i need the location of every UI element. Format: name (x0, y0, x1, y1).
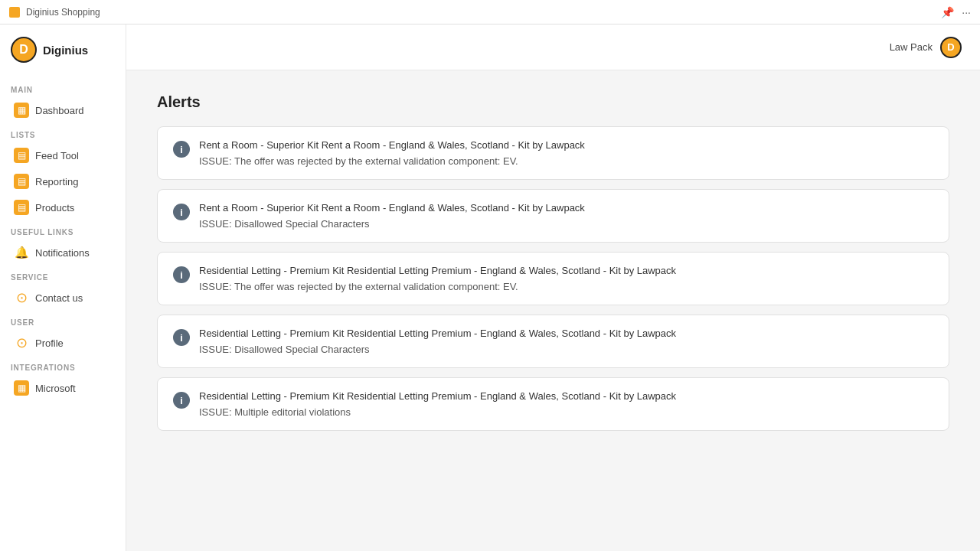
alert-body: Rent a Room - Superior Kit Rent a Room -… (199, 139, 585, 167)
alert-info-icon: i (173, 204, 190, 220)
sidebar-item-notifications-label: Notifications (35, 247, 90, 259)
alert-card: iRent a Room - Superior Kit Rent a Room … (157, 189, 949, 243)
pin-icon: 📌 (941, 6, 954, 18)
alert-card: iRent a Room - Superior Kit Rent a Room … (157, 126, 949, 180)
sidebar-item-microsoft-label: Microsoft (35, 383, 76, 394)
alert-issue: ISSUE: The offer was rejected by the ext… (199, 281, 676, 292)
sidebar-item-notifications[interactable]: 🔔 Notifications (3, 240, 122, 266)
page-title: Alerts (157, 93, 949, 111)
brand-area: D Diginius (0, 37, 126, 78)
page-body: Alerts iRent a Room - Superior Kit Rent … (126, 70, 980, 551)
alert-body: Residential Letting - Premium Kit Reside… (199, 328, 676, 355)
section-label-user: USER (0, 311, 126, 330)
alert-body: Rent a Room - Superior Kit Rent a Room -… (199, 202, 585, 230)
feed-tool-icon: ▤ (14, 148, 29, 163)
avatar[interactable]: D (940, 37, 962, 58)
browser-tab-title: Diginius Shopping (26, 7, 100, 18)
brand-logo: D (11, 37, 37, 63)
sidebar-item-feed-tool[interactable]: ▤ Feed Tool (3, 142, 122, 168)
dashboard-icon: ▦ (14, 103, 29, 118)
products-icon: ▤ (14, 200, 29, 215)
alerts-list: iRent a Room - Superior Kit Rent a Room … (157, 126, 949, 431)
alert-card: iResidential Letting - Premium Kit Resid… (157, 377, 949, 431)
alert-body: Residential Letting - Premium Kit Reside… (199, 390, 676, 418)
alert-issue: ISSUE: Disallowed Special Characters (199, 218, 585, 230)
content-header: Law Pack D (126, 24, 980, 70)
brand-name: Diginius (43, 44, 88, 57)
contact-icon: ⊙ (14, 290, 29, 305)
sidebar-item-feed-tool-label: Feed Tool (35, 150, 79, 161)
notifications-icon: 🔔 (14, 245, 29, 260)
microsoft-icon: ▦ (14, 380, 29, 396)
alert-info-icon: i (173, 392, 190, 409)
sidebar-item-reporting-label: Reporting (35, 176, 78, 187)
section-label-lists: LISTS (0, 123, 126, 142)
sidebar-item-profile[interactable]: ⊙ Profile (3, 330, 122, 356)
sidebar: D Diginius MAIN ▦ Dashboard LISTS ▤ Feed… (0, 24, 126, 551)
alert-issue: ISSUE: Multiple editorial violations (199, 406, 676, 418)
sidebar-item-dashboard-label: Dashboard (35, 105, 84, 116)
sidebar-item-products[interactable]: ▤ Products (3, 194, 122, 220)
user-area: Law Pack D (890, 37, 962, 58)
sidebar-item-profile-label: Profile (35, 337, 64, 349)
alert-title: Residential Letting - Premium Kit Reside… (199, 328, 676, 339)
alert-body: Residential Letting - Premium Kit Reside… (199, 265, 676, 292)
section-label-useful-links: USEFUL LINKS (0, 220, 126, 240)
alert-title: Residential Letting - Premium Kit Reside… (199, 390, 676, 402)
section-label-integrations: INTEGRATIONS (0, 356, 126, 375)
profile-icon: ⊙ (14, 335, 29, 350)
alert-info-icon: i (173, 141, 190, 158)
alert-title: Residential Letting - Premium Kit Reside… (199, 265, 676, 276)
user-label: Law Pack (890, 41, 933, 53)
sidebar-item-reporting[interactable]: ▤ Reporting (3, 168, 122, 194)
sidebar-item-contact-us[interactable]: ⊙ Contact us (3, 285, 122, 311)
alert-info-icon: i (173, 329, 190, 346)
section-label-main: MAIN (0, 78, 126, 97)
alert-card: iResidential Letting - Premium Kit Resid… (157, 315, 949, 368)
section-label-service: SERVICE (0, 266, 126, 285)
main-content: Law Pack D Alerts iRent a Room - Superio… (126, 24, 980, 551)
browser-topbar: Diginius Shopping 📌 ··· (0, 0, 980, 24)
more-options-icon: ··· (962, 6, 971, 18)
reporting-icon: ▤ (14, 174, 29, 189)
sidebar-item-products-label: Products (35, 202, 74, 214)
alert-card: iResidential Letting - Premium Kit Resid… (157, 252, 949, 305)
sidebar-item-microsoft[interactable]: ▦ Microsoft (3, 375, 122, 401)
sidebar-item-dashboard[interactable]: ▦ Dashboard (3, 97, 122, 123)
alert-issue: ISSUE: The offer was rejected by the ext… (199, 155, 585, 167)
sidebar-item-contact-label: Contact us (35, 292, 83, 304)
browser-favicon (9, 7, 20, 18)
alert-title: Rent a Room - Superior Kit Rent a Room -… (199, 202, 585, 214)
alert-issue: ISSUE: Disallowed Special Characters (199, 344, 676, 355)
alert-title: Rent a Room - Superior Kit Rent a Room -… (199, 139, 585, 151)
browser-actions: 📌 ··· (941, 6, 971, 18)
alert-info-icon: i (173, 266, 190, 283)
